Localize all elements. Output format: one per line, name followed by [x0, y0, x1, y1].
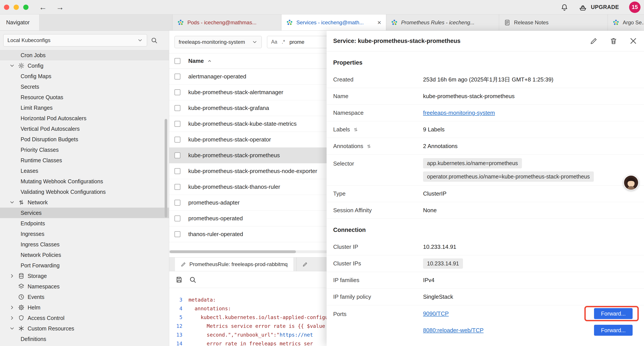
table-row[interactable]: kube-prometheus-stack-kube-state-metrics	[169, 116, 326, 132]
match-case-toggle[interactable]: Aa	[271, 39, 277, 45]
yaml-editor[interactable]: 3 metadata: 4 annotations: 5 kubectl.kub…	[169, 288, 326, 346]
expand-annotations-icon[interactable]	[366, 144, 372, 149]
sidebar-item[interactable]: Validating Webhook Configurations	[0, 187, 169, 197]
notification-count-badge[interactable]: 15	[629, 1, 640, 13]
services-list-panel: freeleaps-monitoring-system Aa .* prome …	[169, 31, 326, 346]
row-checkbox[interactable]	[174, 121, 180, 127]
sidebar-item[interactable]: Ingresses	[0, 229, 169, 239]
save-icon[interactable]	[175, 276, 183, 283]
sidebar-item[interactable]: Runtime Classes	[0, 155, 169, 166]
sidebar-item[interactable]: Storage	[0, 271, 169, 281]
row-checkbox[interactable]	[174, 89, 180, 95]
row-checkbox[interactable]	[174, 216, 180, 221]
close-drawer-icon[interactable]	[629, 37, 638, 45]
sidebar-item[interactable]: Services	[0, 208, 169, 218]
sidebar-item[interactable]: Limit Ranges	[0, 102, 169, 113]
sidebar-item[interactable]: Pod Disruption Budgets	[0, 134, 169, 145]
close-window-button[interactable]	[4, 4, 9, 10]
property-label: Type	[333, 190, 346, 197]
kubeconfig-selector[interactable]: Local Kubeconfigs	[3, 34, 147, 46]
sidebar-item[interactable]: Cron Jobs	[0, 50, 169, 60]
table-row[interactable]: alertmanager-operated	[169, 69, 326, 84]
port-link-9090[interactable]: 9090/TCP	[423, 310, 449, 317]
sidebar-item[interactable]: Events	[0, 292, 169, 302]
dock-tab-label: PrometheusRule: freeleaps-prod-rabbitmq	[190, 261, 288, 267]
sidebar-item[interactable]: Horizontal Pod Autoscalers	[0, 113, 169, 123]
sidebar-item[interactable]: Config	[0, 60, 169, 71]
edit-pencil-icon[interactable]	[590, 37, 598, 45]
sidebar-item[interactable]: Definitions	[0, 334, 169, 344]
row-checkbox[interactable]	[174, 168, 180, 174]
sidebar-item[interactable]: Access Control	[0, 313, 169, 323]
tab-release-notes[interactable]: Release Notes	[499, 14, 608, 30]
tab-services[interactable]: Services - icecheng@math... ×	[281, 14, 386, 30]
sidebar-item[interactable]: Namespaces	[0, 281, 169, 292]
forward-arrow-button[interactable]: →	[56, 3, 64, 12]
row-checkbox[interactable]	[174, 231, 180, 237]
sidebar-scrollbar[interactable]	[164, 119, 167, 217]
table-row[interactable]: kube-prometheus-stack-operator	[169, 132, 326, 148]
namespace-filter-dropdown[interactable]: freeleaps-monitoring-system	[174, 36, 262, 48]
tab-argo[interactable]: Argo Se...	[608, 14, 644, 30]
sidebar-item[interactable]: Leases	[0, 166, 169, 176]
row-checkbox[interactable]	[174, 105, 180, 111]
row-checkbox[interactable]	[174, 152, 180, 158]
name-column-header[interactable]: Name	[188, 58, 204, 64]
list-search-input[interactable]: Aa .* prome	[267, 36, 326, 48]
horizontal-scrollbar[interactable]	[170, 250, 296, 253]
select-all-checkbox[interactable]	[174, 58, 180, 64]
port-link-8080[interactable]: 8080:reloader-web/TCP	[423, 327, 484, 334]
property-row-labels: Labels 9 Labels	[326, 121, 644, 138]
back-arrow-button[interactable]: ←	[39, 3, 47, 12]
sidebar-item[interactable]: Custom Resources	[0, 323, 169, 334]
sidebar-search-icon[interactable]	[150, 37, 158, 44]
sidebar-item[interactable]: Ingress Classes	[0, 239, 169, 250]
minimize-window-button[interactable]	[14, 4, 19, 10]
sidebar-item[interactable]: Endpoints	[0, 218, 169, 229]
sort-ascending-icon[interactable]	[207, 58, 212, 64]
maximize-window-button[interactable]	[23, 4, 28, 10]
row-checkbox[interactable]	[174, 200, 180, 206]
navigator-sidebar: Local Kubeconfigs Cron Jobs Config Confi…	[0, 31, 169, 346]
table-row[interactable]: prometheus-adapter	[169, 195, 326, 211]
upgrade-button[interactable]: UPGRADE	[578, 3, 619, 11]
sidebar-item-label: Config	[28, 63, 44, 69]
sidebar-item[interactable]: Port Forwarding	[0, 260, 169, 271]
table-row[interactable]: kube-prometheus-stack-grafana	[169, 100, 326, 116]
table-row[interactable]: kube-prometheus-stack-prometheus	[169, 148, 326, 163]
editor-search-icon[interactable]	[189, 276, 196, 283]
sidebar-item[interactable]: Network Policies	[0, 250, 169, 260]
sidebar-item[interactable]: Resource Quotas	[0, 92, 169, 102]
tab-prometheus-rules[interactable]: Prometheus Rules - icecheng...	[386, 14, 499, 30]
row-checkbox[interactable]	[174, 184, 180, 190]
dock-tab-prometheusrule[interactable]: PrometheusRule: freeleaps-prod-rabbitmq	[175, 258, 293, 271]
sidebar-item[interactable]: Helm	[0, 302, 169, 313]
sidebar-item[interactable]: Mutating Webhook Configurations	[0, 176, 169, 187]
navigator-panel-tab[interactable]: Navigator	[0, 14, 40, 30]
regex-toggle[interactable]: .*	[282, 39, 285, 45]
sidebar-item[interactable]: Network	[0, 197, 169, 208]
property-row-selector: Selector app.kubernetes.io/name=promethe…	[326, 155, 644, 185]
sidebar-item[interactable]: Vertical Pod Autoscalers	[0, 123, 169, 134]
line-number: 14	[169, 339, 188, 346]
table-row[interactable]: thanos-ruler-operated	[169, 226, 326, 242]
sidebar-item[interactable]: Priority Classes	[0, 145, 169, 155]
namespace-link[interactable]: freeleaps-monitoring-system	[423, 109, 495, 116]
table-row[interactable]: kube-prometheus-stack-prometheus-node-ex…	[169, 163, 326, 179]
sidebar-item[interactable]: Config Maps	[0, 71, 169, 81]
forward-button[interactable]: Forward...	[594, 308, 632, 319]
dock-tab-partial[interactable]	[296, 258, 326, 271]
sidebar-item[interactable]: Secrets	[0, 81, 169, 92]
row-checkbox[interactable]	[174, 137, 180, 143]
notifications-bell-icon[interactable]	[560, 3, 568, 11]
avatar[interactable]	[624, 175, 639, 190]
expand-labels-icon[interactable]	[353, 127, 358, 132]
row-checkbox[interactable]	[174, 74, 180, 79]
forward-button[interactable]: Forward...	[594, 325, 632, 336]
tab-pods[interactable]: Pods - icecheng@mathmas...	[172, 14, 281, 30]
delete-trash-icon[interactable]	[609, 37, 618, 45]
close-tab-icon[interactable]: ×	[377, 19, 381, 26]
table-row[interactable]: prometheus-operated	[169, 211, 326, 226]
table-row[interactable]: kube-prometheus-stack-alertmanager	[169, 84, 326, 100]
table-row[interactable]: kube-prometheus-stack-thanos-ruler	[169, 179, 326, 195]
